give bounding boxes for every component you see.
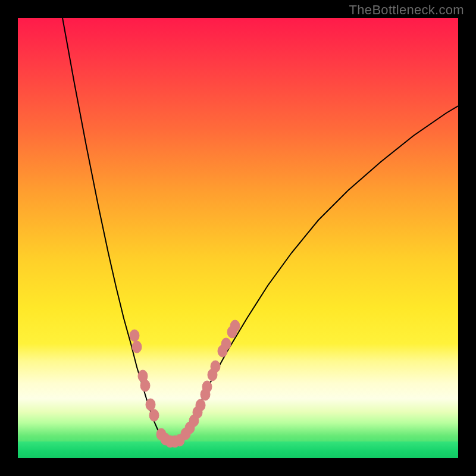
highlight-dot (146, 399, 155, 411)
bottleneck-curve-left (62, 18, 171, 442)
plot-area (18, 18, 458, 458)
watermark-text: TheBottleneck.com (349, 2, 464, 18)
highlight-dots-group (130, 320, 240, 447)
bottleneck-curve-right (171, 106, 458, 442)
highlight-dot (132, 341, 142, 353)
chart-stage: TheBottleneck.com (0, 0, 476, 476)
highlight-dot (211, 361, 220, 372)
highlight-dot (149, 409, 159, 421)
highlight-dot (196, 399, 205, 411)
highlight-dot (130, 330, 139, 342)
highlight-dot (230, 320, 240, 332)
highlight-dot (140, 380, 150, 392)
curve-overlay (18, 18, 458, 458)
highlight-dot (202, 381, 212, 393)
highlight-dot (221, 338, 231, 350)
